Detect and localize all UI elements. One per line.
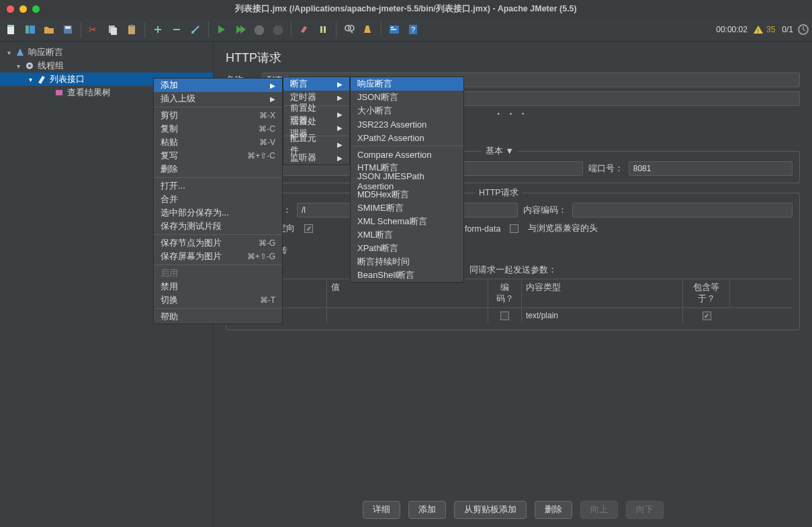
tree-item-assertion[interactable]: ▾ 响应断言 [0, 46, 213, 59]
menu-insert-parent[interactable]: 插入上级▶ [154, 92, 282, 105]
window-title: 列表接口.jmx (/Applications/apache-jmeter-5.… [0, 3, 812, 15]
keepalive-checkbox[interactable] [304, 224, 313, 233]
cut-button[interactable]: ✂ [85, 21, 103, 38]
editor-heading: HTTP请求 [226, 50, 800, 66]
detail-button[interactable]: 详细 [363, 501, 400, 519]
clear-all-button[interactable] [314, 21, 332, 38]
svg-marker-16 [273, 26, 283, 35]
reset-search-button[interactable] [359, 21, 377, 38]
assert-json[interactable]: JSON断言 [351, 91, 463, 104]
collapse-button[interactable] [168, 21, 185, 38]
menu-open[interactable]: 打开... [154, 179, 282, 193]
expand-button[interactable] [149, 21, 167, 38]
menu-toggle[interactable]: 切换⌘-T [154, 293, 282, 307]
titlebar: 列表接口.jmx (/Applications/apache-jmeter-5.… [0, 0, 812, 18]
svg-rect-10 [130, 25, 134, 27]
open-file-button[interactable] [40, 21, 58, 38]
col-value: 值 [327, 279, 488, 307]
move-up-button[interactable]: 向上 [580, 501, 618, 519]
assert-response[interactable]: 响应断言 [351, 77, 463, 91]
menu-enable: 启用 [154, 267, 282, 280]
port-input[interactable] [629, 161, 793, 176]
tree-item-label: 列表接口 [50, 73, 85, 85]
assert-compare[interactable]: Compare Assertion [351, 148, 463, 161]
menu-cut[interactable]: 剪切⌘-X [154, 109, 282, 122]
function-helper-button[interactable] [386, 21, 403, 38]
toggle-button[interactable] [187, 21, 204, 38]
sampler-icon [36, 74, 47, 85]
move-down-button[interactable]: 向下 [626, 501, 664, 519]
add-submenu[interactable]: 断言▶ 定时器▶ 前置处理器▶ 后置处理器▶ 配置元件▶ 监听器▶ [283, 77, 350, 165]
assert-smime[interactable]: SMIME断言 [351, 201, 463, 215]
row-include-checkbox[interactable] [703, 312, 711, 320]
menu-save-selection[interactable]: 选中部分保存为... [154, 206, 282, 220]
assert-jmespath[interactable]: JSON JMESPath Assertion [351, 175, 463, 188]
svg-text:!: ! [757, 28, 759, 34]
warn-count: 35 [766, 25, 775, 34]
menu-copy[interactable]: 复制⌘-C [154, 122, 282, 136]
save-button[interactable] [59, 21, 77, 38]
col-content-type: 内容类型 [522, 279, 683, 307]
tree-item-threadgroup[interactable]: ▾ 线程组 [0, 59, 213, 73]
warning-icon: ! [753, 25, 764, 34]
menu-save-screen-image[interactable]: 保存屏幕为图片⌘+⇧-G [154, 250, 282, 263]
stop-button[interactable] [251, 21, 268, 38]
add-row-button[interactable]: 添加 [408, 501, 446, 519]
templates-button[interactable] [21, 21, 39, 38]
search-button[interactable] [341, 21, 358, 38]
submenu-assertions[interactable]: 断言▶ [283, 77, 349, 91]
svg-point-28 [28, 64, 31, 67]
new-file-button[interactable] [3, 21, 20, 38]
menu-duplicate[interactable]: 复写⌘+⇧-C [154, 149, 282, 162]
menu-add[interactable]: 添加▶ [154, 79, 282, 92]
context-menu[interactable]: 添加▶ 插入上级▶ 剪切⌘-X 复制⌘-C 粘贴⌘-V 复写⌘+⇧-C 删除 打… [153, 78, 283, 324]
menu-merge[interactable]: 合并 [154, 193, 282, 206]
submenu-config[interactable]: 配置元件▶ [283, 138, 349, 151]
table-row[interactable]: text/plain [233, 308, 793, 323]
assert-xml[interactable]: XML断言 [351, 228, 463, 242]
row-encode-checkbox[interactable] [500, 312, 509, 320]
menu-help[interactable]: 帮助 [154, 310, 282, 324]
testplan-icon [15, 47, 26, 58]
svg-rect-5 [65, 26, 71, 29]
tree-item-label: 响应断言 [28, 46, 63, 58]
add-from-clipboard-button[interactable]: 从剪贴板添加 [454, 501, 527, 519]
menu-save-fragment[interactable]: 保存为测试片段 [154, 220, 282, 233]
svg-marker-15 [255, 26, 264, 35]
menu-disable[interactable]: 禁用 [154, 280, 282, 293]
encoding-input[interactable] [572, 203, 793, 218]
menu-save-node-image[interactable]: 保存节点为图片⌘-G [154, 236, 282, 250]
assert-xmlschema[interactable]: XML Schema断言 [351, 215, 463, 228]
http-legend: HTTP请求 [475, 187, 523, 199]
bottom-button-bar: 详细 添加 从剪贴板添加 删除 向上 向下 [214, 501, 812, 519]
assert-duration[interactable]: 断言持续时间 [351, 255, 463, 269]
run-no-pause-button[interactable] [232, 21, 249, 38]
svg-rect-1 [7, 25, 14, 27]
svg-text:✂: ✂ [89, 24, 97, 35]
run-button[interactable] [213, 21, 230, 38]
menu-paste[interactable]: 粘贴⌘-V [154, 136, 282, 149]
params-header: 名称： 值 编码？ 内容类型 包含等于？ [233, 279, 793, 308]
browser-compat-checkbox[interactable] [510, 224, 518, 233]
assert-xpath2[interactable]: XPath2 Assertion [351, 131, 463, 144]
http-request-group: HTTP请求 ▾ 路径： 内容编码： 跟随重定向 ultipart / form… [226, 193, 800, 330]
svg-rect-21 [391, 27, 394, 28]
menu-delete[interactable]: 删除 [154, 162, 282, 176]
gear-icon [24, 60, 35, 71]
help-button[interactable]: ? [404, 21, 422, 38]
assert-beanshell[interactable]: BeanShell断言 [351, 269, 463, 282]
assert-xpath[interactable]: XPath断言 [351, 242, 463, 255]
delete-row-button[interactable]: 删除 [535, 501, 572, 519]
svg-rect-29 [56, 90, 62, 95]
status-counts: ! 35 0/1 [753, 23, 809, 36]
elapsed-time: 00:00:02 [716, 25, 748, 34]
assertions-submenu[interactable]: 响应断言 JSON断言 大小断言 JSR223 Assertion XPath2… [350, 77, 464, 283]
threads-icon[interactable] [797, 23, 809, 36]
assert-size[interactable]: 大小断言 [351, 104, 463, 117]
shutdown-button[interactable] [269, 21, 287, 38]
clear-button[interactable] [296, 21, 313, 38]
assert-jsr223[interactable]: JSR223 Assertion [351, 117, 463, 131]
copy-button[interactable] [104, 21, 122, 38]
svg-text:?: ? [411, 26, 415, 34]
paste-button[interactable] [123, 21, 140, 38]
